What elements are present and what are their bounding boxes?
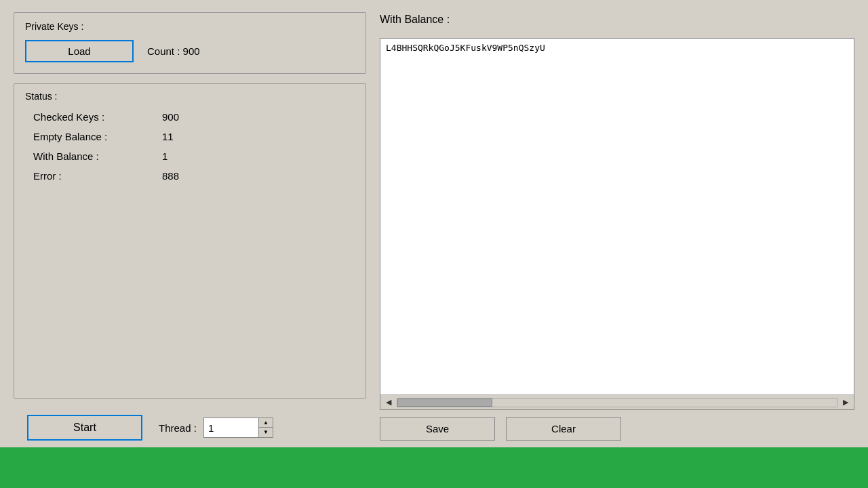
empty-balance-value: 11 <box>162 131 174 142</box>
start-button[interactable]: Start <box>27 415 142 441</box>
balance-textarea[interactable]: L4BHHSQRkQGoJ5KFuskV9WP5nQSzyU <box>380 39 854 394</box>
empty-balance-label: Empty Balance : <box>33 131 162 142</box>
with-balance-value: 1 <box>162 150 167 162</box>
count-display: Count : 900 <box>147 45 200 57</box>
spin-up-button[interactable]: ▲ <box>259 418 273 428</box>
status-row-checked: Checked Keys : 900 <box>25 111 355 123</box>
scroll-left-arrow[interactable]: ◀ <box>383 398 394 407</box>
scroll-thumb[interactable] <box>397 399 492 407</box>
scroll-right-arrow[interactable]: ▶ <box>840 398 851 407</box>
bottom-controls: Start Thread : ▲ ▼ <box>14 408 366 447</box>
thread-row: Thread : ▲ ▼ <box>159 418 273 438</box>
checked-keys-label: Checked Keys : <box>33 111 162 123</box>
status-row-error: Error : 888 <box>25 170 355 182</box>
count-value: 900 <box>183 45 200 57</box>
spin-down-button[interactable]: ▼ <box>259 428 273 437</box>
private-keys-label: Private Keys : <box>25 21 355 32</box>
scroll-track[interactable] <box>397 398 837 407</box>
thread-input[interactable] <box>204 418 258 437</box>
load-button[interactable]: Load <box>25 40 134 62</box>
spinner-buttons: ▲ ▼ <box>258 418 273 437</box>
status-row-empty: Empty Balance : 11 <box>25 131 355 142</box>
status-section: Status : Checked Keys : 900 Empty Balanc… <box>14 83 366 399</box>
with-balance-label: With Balance : <box>33 150 162 162</box>
right-buttons: Save Clear <box>380 417 854 447</box>
private-keys-section: Private Keys : Load Count : 900 <box>14 12 366 74</box>
checked-keys-value: 900 <box>162 111 179 123</box>
thread-spinner[interactable]: ▲ ▼ <box>203 418 273 438</box>
save-button[interactable]: Save <box>380 417 495 441</box>
right-panel-title: With Balance : <box>380 12 854 31</box>
count-label-text: Count : <box>147 45 180 57</box>
thread-label: Thread : <box>159 422 197 434</box>
horizontal-scrollbar[interactable]: ◀ ▶ <box>380 394 854 409</box>
progress-bar <box>0 447 868 488</box>
error-value: 888 <box>162 170 179 182</box>
error-label: Error : <box>33 170 162 182</box>
status-label: Status : <box>25 91 355 102</box>
status-row-with-balance: With Balance : 1 <box>25 150 355 162</box>
clear-button[interactable]: Clear <box>506 417 621 441</box>
balance-output-container: L4BHHSQRkQGoJ5KFuskV9WP5nQSzyU ◀ ▶ <box>380 38 854 410</box>
